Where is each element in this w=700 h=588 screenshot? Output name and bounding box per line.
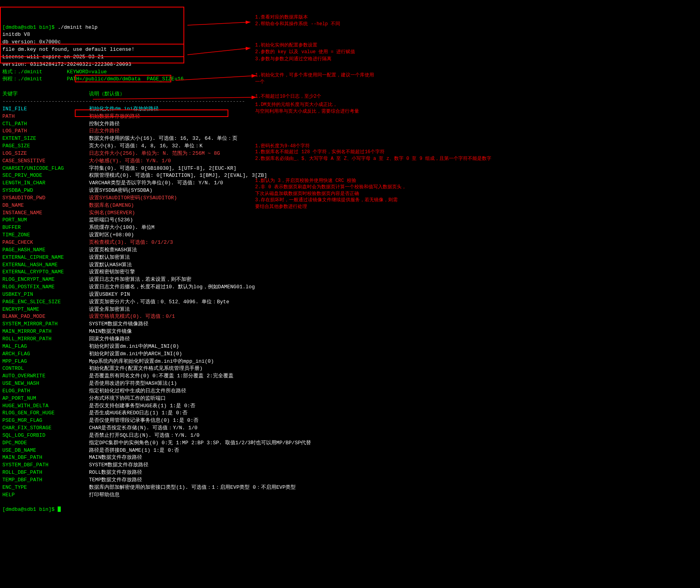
param-key: PATH: [2, 113, 89, 121]
param-key: MPP_FLAG: [2, 358, 89, 365]
param-desc: 设置根密钥加密引擎: [89, 269, 135, 275]
param-row: RLOG_ENCRYPT_NAME设置日志文件加密算法，若未设置，则不加密: [2, 276, 698, 284]
param-desc: 是否覆盖所有同名文件(0) 0:不覆盖 1:部分覆盖 2:完全覆盖: [89, 373, 233, 379]
param-desc: 设置时区(+08:00): [89, 232, 134, 238]
param-desc: 设置日志文件后缀名，长度不超过10. 默认为log，例如DAMENG01.log: [89, 284, 255, 290]
param-key: PSEG_MGR_FLAG: [2, 417, 89, 425]
param-key: SQL_LOG_FORBID: [2, 432, 89, 440]
param-row: MAL_FLAG初始化时设置dm.ini中的MAL_INI(0): [2, 343, 698, 351]
param-key: USE_NEW_HASH: [2, 380, 89, 388]
param-key: PAGE_HASH_NAME: [2, 247, 89, 254]
param-row: USE_DB_NAME路径是否拼接DB_NAME(1) 1:是 0:否: [2, 447, 698, 454]
param-row: ELOG_PATH指定初始化过程中生成的日志文件所在路径: [2, 388, 698, 395]
param-row: TEMP_DBF_PATHTEMP数据文件存放路径: [2, 477, 698, 484]
param-key: PAGE_ENC_SLICE_SIZE: [2, 299, 89, 306]
param-desc: 指定DPC集群中的实例角色(0) 0:无 1:MP 2:BP 3:SP. 取值1…: [89, 440, 311, 446]
param-key: HELP: [2, 492, 89, 499]
param-key: SYSTEM_MIRROR_PATH: [2, 321, 89, 328]
param-row: LOG_SIZE日志文件大小(256). 单位为: N. 范围为：256M ~ …: [2, 150, 698, 158]
param-row: EXTERNAL_HASH_NAME设置默认HASH算法: [2, 262, 698, 269]
param-key: MAIN_MIRROR_PATH: [2, 328, 89, 336]
param-key: EXTERNAL_HASH_NAME: [2, 262, 89, 269]
param-desc: 设置SYSDBA密码(SYSDBA): [89, 187, 152, 193]
param-desc: 初始化时设置dm.ini中的MAL_INI(0): [89, 343, 179, 349]
example-line: 例程：./dminit PATH=/public/dmdb/dmData PAG…: [2, 76, 183, 82]
param-desc: 数据库名(DAMENG): [89, 202, 134, 208]
param-key: PORT_NUM: [2, 217, 89, 224]
svg-line-4: [176, 76, 256, 80]
version-str-line: version: 03134284172-20240321-222308-200…: [2, 61, 131, 67]
param-row: RLOG_POSTFIX_NAME设置日志文件后缀名，长度不超过10. 默认为l…: [2, 284, 698, 291]
param-key: DB_NAME: [2, 202, 89, 210]
param-row: CONTROL初始化配置文件(配置文件格式见系统管理员手册): [2, 365, 698, 373]
blank-line1: [2, 83, 6, 89]
param-row: SYSTEM_MIRROR_PATHSYSTEM数据文件镜像路径: [2, 321, 698, 328]
param-row: SYSAUDITOR_PWD设置SYSAUDITOR密码(SYSAUDITOR): [2, 195, 698, 202]
initdb-version-line: initdb V8: [2, 32, 30, 37]
param-key: ARCH_FLAG: [2, 351, 89, 358]
params-list: INI_FILE初始化文件dm.ini存放的路径PATH初始数据库存放的路径CT…: [2, 106, 698, 499]
param-row: PORT_NUM监听端口号(5236): [2, 217, 698, 224]
param-desc: TEMP数据文件存放路径: [89, 477, 142, 483]
param-key: CASE_SENSITIVE: [2, 158, 89, 165]
param-desc: 权限管理模式(0). 可选值: 0[TRADITION], 1[BMJ], 2[…: [89, 173, 267, 178]
prompt-line1: [dmdba@sdb1 bin]$ ./dminit help: [2, 24, 98, 30]
param-row: BUFFER系统缓存大小(100). 单位M: [2, 224, 698, 232]
param-row: LENGTH_IN_CHARVARCHAR类型是否以字符为单位(0). 可选值:…: [2, 180, 698, 187]
param-desc: 监听端口号(5236): [89, 217, 133, 223]
param-key: INI_FILE: [2, 106, 89, 113]
param-key: USBKEY_PIN: [2, 291, 89, 299]
param-desc: 实例名(DMSERVER): [89, 210, 135, 216]
param-row: SYSTEM_DBF_PATHSYSTEM数据文件存放路径: [2, 462, 698, 469]
param-desc: 字符集(0). 可选值: 0[GB18030], 1[UTF-8], 2[EUC…: [89, 165, 236, 171]
param-key: LOG_SIZE: [2, 150, 89, 158]
param-desc: 大小敏感(Y). 可选值: Y/N. 1/0: [89, 158, 171, 164]
param-row: PSEG_MGR_FLAG是否仅使用管理段记录事务信息(0) 1:是 0:否: [2, 417, 698, 425]
param-desc: 设置页加密分片大小，可选值：0、512、4096. 单位：Byte: [89, 299, 229, 305]
column-header: 关键字说明（默认值）: [2, 91, 125, 97]
param-row: INSTANCE_NAME实例名(DMSERVER): [2, 210, 698, 217]
param-row: MAIN_DBF_PATHMAIN数据文件存放路径: [2, 454, 698, 462]
param-key: SYSTEM_DBF_PATH: [2, 462, 89, 469]
param-key: SEC_PRIV_MODE: [2, 172, 89, 180]
param-row: ENCRYPT_NAME设置全库加密算法: [2, 306, 698, 313]
param-row: PAGE_HASH_NAME设置页检查HASH算法: [2, 247, 698, 254]
param-row: CHAR_FIX_STORAGECHAR是否按定长存储(N). 可选值：Y/N.…: [2, 425, 698, 432]
param-key: AP_PORT_NUM: [2, 395, 89, 403]
param-row: TIME_ZONE设置时区(+08:00): [2, 232, 698, 239]
param-row: ARCH_FLAG初始化时设置dm.ini中的ARCH_INI(0): [2, 351, 698, 358]
param-row: ENC_TYPE数据库内部加解密使用的加密接口类型(1). 可选值：1：启用EV…: [2, 484, 698, 492]
param-row: CASE_SENSITIVE大小敏感(Y). 可选值: Y/N. 1/0: [2, 158, 698, 165]
param-desc: Mpp系统内的库初始化时设置dm.ini中的mpp_ini(0): [89, 358, 214, 364]
param-desc: SYSTEM数据文件镜像路径: [89, 321, 148, 327]
param-key: ENC_TYPE: [2, 484, 89, 492]
param-desc: 初始化配置文件(配置文件格式见系统管理员手册): [89, 365, 203, 371]
param-desc: 数据文件使用的簇大小(16). 可选值: 16, 32, 64. 单位：页: [89, 135, 237, 141]
param-desc: 数据库内部加解密使用的加密接口类型(1). 可选值：1：启用EVP类型 0：不启…: [89, 484, 296, 490]
param-row: PAGE_SIZE页大小(8). 可选值: 4, 8, 16, 32. 单位：K: [2, 143, 698, 150]
param-desc: 初始化时设置dm.ini中的ARCH_INI(0): [89, 351, 182, 357]
param-desc: 打印帮助信息: [89, 492, 120, 498]
param-key: SYSDBA_PWD: [2, 187, 89, 195]
param-key: MAL_FLAG: [2, 343, 89, 351]
param-key: MAIN_DBF_PATH: [2, 454, 89, 462]
param-row: USE_NEW_HASH是否使用改进的字符类型HASH算法(1): [2, 380, 698, 388]
terminal-content: [dmdba@sdb1 bin]$ ./dminit help initdb V…: [2, 2, 698, 106]
param-row: EXTERNAL_CIPHER_NAME设置默认加密算法: [2, 254, 698, 262]
param-row: PAGE_CHECK页检查模式(3). 可选值: 0/1/2/3: [2, 239, 698, 247]
param-desc: 设置日志文件加密算法，若未设置，则不加密: [89, 276, 191, 282]
license-expire-line: License will expire on 2025-03-21: [2, 54, 104, 60]
param-key: TIME_ZONE: [2, 232, 89, 239]
param-desc: 系统缓存大小(100). 单位M: [89, 224, 154, 230]
param-key: EXTERNAL_CIPHER_NAME: [2, 254, 89, 262]
param-desc: 分布式环境下协同工作的监听端口: [89, 395, 166, 401]
param-desc: 设置默认HASH算法: [89, 262, 132, 268]
param-desc: 控制文件路径: [89, 121, 120, 127]
param-desc: 是否生成HUGE表REDO日志(1) 1:是 0:否: [89, 410, 187, 416]
svg-line-3: [187, 48, 250, 55]
param-row: SYSDBA_PWD设置SYSDBA密码(SYSDBA): [2, 187, 698, 195]
param-desc: 回滚文件镜像路径: [89, 336, 130, 342]
param-row: MPP_FLAGMpp系统内的库初始化时设置dm.ini中的mpp_ini(0): [2, 358, 698, 365]
param-desc: 是否仅支持创建事务型HUGE表(1) 1:是 0:否: [89, 403, 195, 409]
param-key: ELOG_PATH: [2, 388, 89, 395]
